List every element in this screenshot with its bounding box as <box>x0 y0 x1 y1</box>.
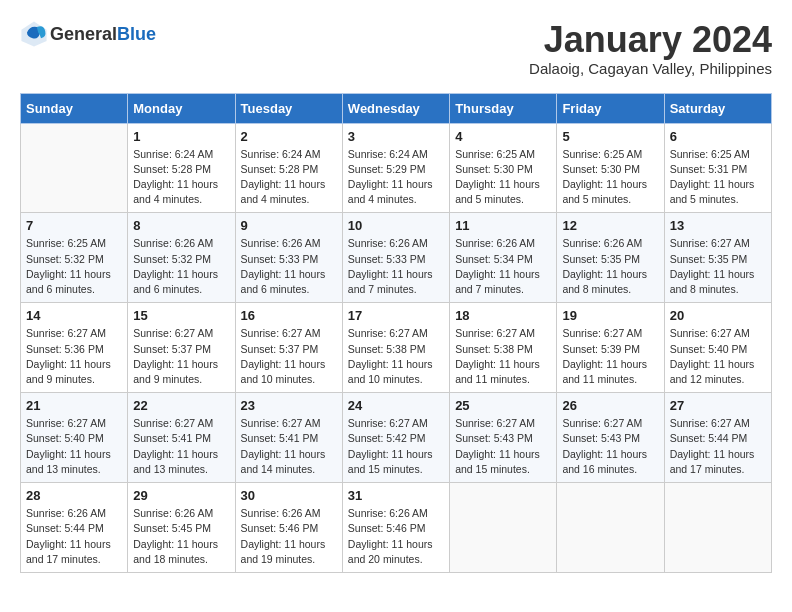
col-header-thursday: Thursday <box>450 93 557 123</box>
day-cell: 22Sunrise: 6:27 AM Sunset: 5:41 PM Dayli… <box>128 393 235 483</box>
page-header: GeneralBlue January 2024 Dalaoig, Cagaya… <box>20 20 772 77</box>
day-detail: Sunrise: 6:24 AM Sunset: 5:29 PM Dayligh… <box>348 147 444 208</box>
day-detail: Sunrise: 6:27 AM Sunset: 5:37 PM Dayligh… <box>241 326 337 387</box>
day-number: 15 <box>133 308 229 323</box>
day-detail: Sunrise: 6:26 AM Sunset: 5:34 PM Dayligh… <box>455 236 551 297</box>
day-number: 24 <box>348 398 444 413</box>
day-number: 1 <box>133 129 229 144</box>
day-detail: Sunrise: 6:25 AM Sunset: 5:32 PM Dayligh… <box>26 236 122 297</box>
day-cell: 23Sunrise: 6:27 AM Sunset: 5:41 PM Dayli… <box>235 393 342 483</box>
day-detail: Sunrise: 6:27 AM Sunset: 5:37 PM Dayligh… <box>133 326 229 387</box>
day-detail: Sunrise: 6:27 AM Sunset: 5:40 PM Dayligh… <box>26 416 122 477</box>
day-detail: Sunrise: 6:25 AM Sunset: 5:30 PM Dayligh… <box>455 147 551 208</box>
day-cell: 7Sunrise: 6:25 AM Sunset: 5:32 PM Daylig… <box>21 213 128 303</box>
day-cell: 8Sunrise: 6:26 AM Sunset: 5:32 PM Daylig… <box>128 213 235 303</box>
col-header-wednesday: Wednesday <box>342 93 449 123</box>
day-number: 30 <box>241 488 337 503</box>
day-number: 18 <box>455 308 551 323</box>
day-number: 2 <box>241 129 337 144</box>
day-detail: Sunrise: 6:25 AM Sunset: 5:31 PM Dayligh… <box>670 147 766 208</box>
day-cell <box>450 483 557 573</box>
logo-icon <box>20 20 48 48</box>
day-number: 12 <box>562 218 658 233</box>
day-cell: 10Sunrise: 6:26 AM Sunset: 5:33 PM Dayli… <box>342 213 449 303</box>
day-detail: Sunrise: 6:26 AM Sunset: 5:46 PM Dayligh… <box>348 506 444 567</box>
day-detail: Sunrise: 6:27 AM Sunset: 5:40 PM Dayligh… <box>670 326 766 387</box>
day-cell: 28Sunrise: 6:26 AM Sunset: 5:44 PM Dayli… <box>21 483 128 573</box>
logo-general-text: General <box>50 24 117 44</box>
day-number: 20 <box>670 308 766 323</box>
day-detail: Sunrise: 6:27 AM Sunset: 5:43 PM Dayligh… <box>562 416 658 477</box>
day-detail: Sunrise: 6:27 AM Sunset: 5:36 PM Dayligh… <box>26 326 122 387</box>
day-number: 28 <box>26 488 122 503</box>
day-cell: 20Sunrise: 6:27 AM Sunset: 5:40 PM Dayli… <box>664 303 771 393</box>
day-cell: 19Sunrise: 6:27 AM Sunset: 5:39 PM Dayli… <box>557 303 664 393</box>
day-number: 22 <box>133 398 229 413</box>
month-title: January 2024 <box>529 20 772 60</box>
day-number: 4 <box>455 129 551 144</box>
day-cell: 13Sunrise: 6:27 AM Sunset: 5:35 PM Dayli… <box>664 213 771 303</box>
day-number: 13 <box>670 218 766 233</box>
day-cell: 27Sunrise: 6:27 AM Sunset: 5:44 PM Dayli… <box>664 393 771 483</box>
day-number: 9 <box>241 218 337 233</box>
day-number: 5 <box>562 129 658 144</box>
day-cell: 17Sunrise: 6:27 AM Sunset: 5:38 PM Dayli… <box>342 303 449 393</box>
day-detail: Sunrise: 6:26 AM Sunset: 5:33 PM Dayligh… <box>241 236 337 297</box>
day-cell: 1Sunrise: 6:24 AM Sunset: 5:28 PM Daylig… <box>128 123 235 213</box>
day-detail: Sunrise: 6:27 AM Sunset: 5:41 PM Dayligh… <box>241 416 337 477</box>
day-number: 10 <box>348 218 444 233</box>
day-cell: 5Sunrise: 6:25 AM Sunset: 5:30 PM Daylig… <box>557 123 664 213</box>
day-cell: 6Sunrise: 6:25 AM Sunset: 5:31 PM Daylig… <box>664 123 771 213</box>
day-cell: 2Sunrise: 6:24 AM Sunset: 5:28 PM Daylig… <box>235 123 342 213</box>
day-cell: 15Sunrise: 6:27 AM Sunset: 5:37 PM Dayli… <box>128 303 235 393</box>
day-number: 16 <box>241 308 337 323</box>
day-detail: Sunrise: 6:27 AM Sunset: 5:35 PM Dayligh… <box>670 236 766 297</box>
day-number: 26 <box>562 398 658 413</box>
day-cell: 4Sunrise: 6:25 AM Sunset: 5:30 PM Daylig… <box>450 123 557 213</box>
day-number: 27 <box>670 398 766 413</box>
day-detail: Sunrise: 6:26 AM Sunset: 5:46 PM Dayligh… <box>241 506 337 567</box>
col-header-sunday: Sunday <box>21 93 128 123</box>
day-cell: 21Sunrise: 6:27 AM Sunset: 5:40 PM Dayli… <box>21 393 128 483</box>
day-cell: 29Sunrise: 6:26 AM Sunset: 5:45 PM Dayli… <box>128 483 235 573</box>
day-detail: Sunrise: 6:25 AM Sunset: 5:30 PM Dayligh… <box>562 147 658 208</box>
day-detail: Sunrise: 6:24 AM Sunset: 5:28 PM Dayligh… <box>133 147 229 208</box>
day-cell: 24Sunrise: 6:27 AM Sunset: 5:42 PM Dayli… <box>342 393 449 483</box>
day-detail: Sunrise: 6:26 AM Sunset: 5:45 PM Dayligh… <box>133 506 229 567</box>
day-number: 7 <box>26 218 122 233</box>
day-detail: Sunrise: 6:26 AM Sunset: 5:35 PM Dayligh… <box>562 236 658 297</box>
day-cell: 12Sunrise: 6:26 AM Sunset: 5:35 PM Dayli… <box>557 213 664 303</box>
day-detail: Sunrise: 6:27 AM Sunset: 5:39 PM Dayligh… <box>562 326 658 387</box>
day-cell: 30Sunrise: 6:26 AM Sunset: 5:46 PM Dayli… <box>235 483 342 573</box>
title-block: January 2024 Dalaoig, Cagayan Valley, Ph… <box>529 20 772 77</box>
day-number: 31 <box>348 488 444 503</box>
location-title: Dalaoig, Cagayan Valley, Philippines <box>529 60 772 77</box>
day-detail: Sunrise: 6:27 AM Sunset: 5:41 PM Dayligh… <box>133 416 229 477</box>
day-detail: Sunrise: 6:24 AM Sunset: 5:28 PM Dayligh… <box>241 147 337 208</box>
day-number: 23 <box>241 398 337 413</box>
day-number: 11 <box>455 218 551 233</box>
col-header-friday: Friday <box>557 93 664 123</box>
day-number: 8 <box>133 218 229 233</box>
day-number: 29 <box>133 488 229 503</box>
day-detail: Sunrise: 6:27 AM Sunset: 5:38 PM Dayligh… <box>348 326 444 387</box>
day-number: 14 <box>26 308 122 323</box>
col-header-monday: Monday <box>128 93 235 123</box>
day-cell: 3Sunrise: 6:24 AM Sunset: 5:29 PM Daylig… <box>342 123 449 213</box>
day-cell: 9Sunrise: 6:26 AM Sunset: 5:33 PM Daylig… <box>235 213 342 303</box>
day-number: 19 <box>562 308 658 323</box>
day-cell <box>664 483 771 573</box>
day-cell: 31Sunrise: 6:26 AM Sunset: 5:46 PM Dayli… <box>342 483 449 573</box>
day-cell: 16Sunrise: 6:27 AM Sunset: 5:37 PM Dayli… <box>235 303 342 393</box>
day-number: 6 <box>670 129 766 144</box>
logo: GeneralBlue <box>20 20 156 48</box>
day-number: 3 <box>348 129 444 144</box>
day-detail: Sunrise: 6:27 AM Sunset: 5:44 PM Dayligh… <box>670 416 766 477</box>
day-number: 25 <box>455 398 551 413</box>
week-row-2: 7Sunrise: 6:25 AM Sunset: 5:32 PM Daylig… <box>21 213 772 303</box>
week-row-3: 14Sunrise: 6:27 AM Sunset: 5:36 PM Dayli… <box>21 303 772 393</box>
day-cell: 11Sunrise: 6:26 AM Sunset: 5:34 PM Dayli… <box>450 213 557 303</box>
day-cell: 26Sunrise: 6:27 AM Sunset: 5:43 PM Dayli… <box>557 393 664 483</box>
day-cell <box>21 123 128 213</box>
week-row-5: 28Sunrise: 6:26 AM Sunset: 5:44 PM Dayli… <box>21 483 772 573</box>
